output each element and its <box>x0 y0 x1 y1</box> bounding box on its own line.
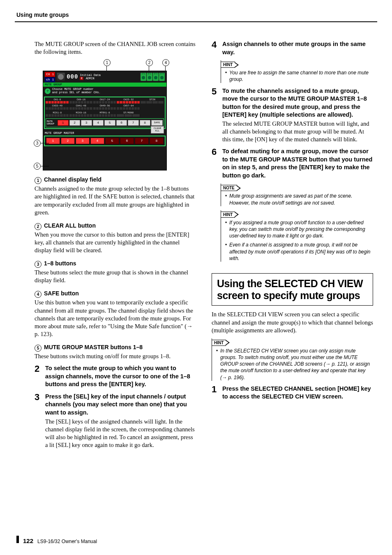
step-regular: The [SEL] keys of the assigned channels … <box>45 418 196 449</box>
channel-display-panel: CH1-8 CH9-16 CH17-24 CH25-32 STIN CH33-4… <box>44 97 166 129</box>
page-body: The MUTE GROUP screen of the CHANNEL JOB… <box>35 40 373 530</box>
header-rule <box>15 21 377 22</box>
step-number: 5 <box>212 87 219 144</box>
help-text: Choose MUTE GROUP number and press SEL o… <box>52 88 101 94</box>
callout-4: 4 <box>162 59 169 66</box>
step-number: 4 <box>212 40 219 56</box>
st4-button: ST4 <box>159 73 165 81</box>
callout-1: 1 <box>104 59 111 66</box>
item-4-title: SAFE button <box>44 290 79 297</box>
help-icon: ? <box>45 88 51 94</box>
step-regular: The selected MUTE GROUP MASTER button wi… <box>222 120 373 143</box>
mute-group-btn-1[interactable]: 1 <box>58 120 69 126</box>
step-bold: To select the mute group to which you wa… <box>45 364 196 389</box>
page-number: 122 <box>23 537 33 544</box>
right-step-1: 1 Press the SELECTED CHANNEL section [HO… <box>212 385 373 401</box>
master-btn-7[interactable]: 7 <box>135 138 149 144</box>
item-2: 2CLEAR ALL button When you move the curs… <box>35 222 196 254</box>
clear-all-button[interactable]: CLEAR ALL <box>151 126 164 134</box>
channel-label-top: CH 1 <box>45 72 55 77</box>
hint-bullet: Even if a channel is assigned to a mute … <box>225 242 373 262</box>
st2-button: ST2 <box>147 73 152 81</box>
hint-box-3: HINT In the SELECTED CH VIEW screen you … <box>212 339 373 381</box>
hint-tag: HINT <box>221 212 235 218</box>
step-bold: To mute the channels assigned to a mute … <box>222 87 373 119</box>
mute-group-btn-4[interactable]: 4 <box>93 120 104 126</box>
hint-bullet: In the SELECTED CH VIEW screen you can o… <box>216 348 373 381</box>
item-1-body: Channels assigned to the mute group sele… <box>35 185 196 216</box>
master-btn-3[interactable]: 3 <box>76 138 90 144</box>
note-box-1: NOTE Mute group assignments are saved as… <box>221 184 373 206</box>
footer-accent <box>16 536 19 543</box>
fader-icon <box>57 73 65 81</box>
manual-title: LS9-16/32 Owner's Manual <box>37 539 97 544</box>
item-5: 5MUTE GROUP MASTER buttons 1–8 These but… <box>35 344 196 360</box>
callout-3: 3 <box>34 140 41 147</box>
item-1: 1Channel display field Channels assigned… <box>35 176 196 216</box>
step-bold: Press the [SEL] key of the input channel… <box>45 393 196 417</box>
master-btn-8[interactable]: 8 <box>150 138 164 144</box>
step-number: 1 <box>212 385 219 401</box>
right-step-5: 5 To mute the channels assigned to a mut… <box>212 87 373 144</box>
scene-name: Initial Data <box>80 74 100 77</box>
scene-recall-flag: R <box>80 77 83 80</box>
note-tag: NOTE <box>221 185 237 191</box>
mute-group-btn-6[interactable]: 6 <box>116 120 127 126</box>
master-btn-5[interactable]: 5 <box>105 138 119 144</box>
screenshot-top-callouts: 1 2 4 <box>43 59 170 71</box>
item-3: 31–8 buttons These buttons select the mu… <box>35 260 196 284</box>
screen-title-bar: MUTE GROUP <box>43 83 166 87</box>
channel-label-bottom: ch 1 <box>45 77 55 82</box>
step-number: 2 <box>35 364 42 389</box>
hint-tag: HINT <box>221 62 235 68</box>
st1-button: ST1 <box>141 73 146 81</box>
right-column: 4 Assign channels to other mute groups i… <box>212 40 373 530</box>
master-btn-6[interactable]: 6 <box>120 138 134 144</box>
hint-bullet: You are free to assign the same channel … <box>225 69 373 83</box>
left-step-3: 3 Press the [SEL] key of the input chann… <box>35 393 196 449</box>
master-btn-2[interactable]: 2 <box>61 138 75 144</box>
step-bold: Press the SELECTED CHANNEL section [HOME… <box>222 385 373 401</box>
left-column: The MUTE GROUP screen of the CHANNEL JOB… <box>35 40 196 530</box>
item-3-body: These buttons select the mute group that… <box>35 269 196 284</box>
right-step-6: 6 To defeat muting for a mute group, mov… <box>212 147 373 180</box>
step-number: 3 <box>35 393 42 449</box>
mute-group-label: MUTE GROUP <box>47 120 57 125</box>
right-step-4: 4 Assign channels to other mute groups i… <box>212 40 373 56</box>
note-bullet: Mute group assignments are saved as part… <box>225 193 373 206</box>
item-2-body: When you move the cursor to this button … <box>35 231 196 254</box>
item-5-title: MUTE GROUP MASTER buttons 1–8 <box>44 344 143 350</box>
callout-5: 5 <box>34 163 41 170</box>
step-bold: Assign channels to other mute groups in … <box>222 40 373 56</box>
mute-group-btn-2[interactable]: 2 <box>69 120 81 126</box>
running-header: Using mute groups <box>16 12 69 18</box>
callout-5-wrapper: 5 <box>34 163 49 170</box>
hint-tag: HINT <box>212 340 226 346</box>
master-heading: MUTE GROUP MASTER <box>43 131 166 135</box>
item-3-title: 1–8 buttons <box>44 260 76 267</box>
mute-group-btn-5[interactable]: 5 <box>104 120 115 126</box>
item-1-title: Channel display field <box>44 176 101 183</box>
footer: 122 LS9-16/32 Owner's Manual <box>16 536 97 544</box>
master-row: 1 2 3 4 5 6 7 8 <box>44 136 166 146</box>
hint-box-1: HINT You are free to assign the same cha… <box>221 60 373 83</box>
mute-group-btn-3[interactable]: 3 <box>81 120 92 126</box>
left-step-2: 2 To select the mute group to which you … <box>35 364 196 389</box>
mute-group-screenshot: CH 1 ch 1 000 Initial Data R ADMIN ST1 <box>43 71 167 170</box>
mute-group-btn-7[interactable]: 7 <box>128 120 139 126</box>
scene-user: ADMIN <box>86 77 95 80</box>
intro-text: The MUTE GROUP screen of the CHANNEL JOB… <box>35 40 196 56</box>
mute-group-btn-8[interactable]: 8 <box>140 120 151 126</box>
item-4: 4SAFE button Use this button when you wa… <box>35 290 196 338</box>
mute-group-select-row: MUTE GROUP 1 2 3 4 5 6 7 8 SAFE <box>46 118 164 127</box>
screenshot-wrapper: 1 2 4 CH 1 ch 1 000 Initial Data <box>43 59 170 170</box>
item-2-title: CLEAR ALL button <box>44 222 96 229</box>
scene-number: 000 <box>67 74 78 80</box>
master-btn-4[interactable]: 4 <box>90 138 104 144</box>
section-heading: Using the SELECTED CH VIEW screen to spe… <box>212 273 373 306</box>
section-intro: In the SELECTED CH VIEW screen you can s… <box>212 311 373 334</box>
step-number: 6 <box>212 147 219 180</box>
item-5-body: These buttons switch muting on/off for m… <box>35 352 196 360</box>
step-bold: To defeat muting for a mute group, move … <box>222 147 373 180</box>
safe-button[interactable]: SAFE <box>151 120 163 126</box>
